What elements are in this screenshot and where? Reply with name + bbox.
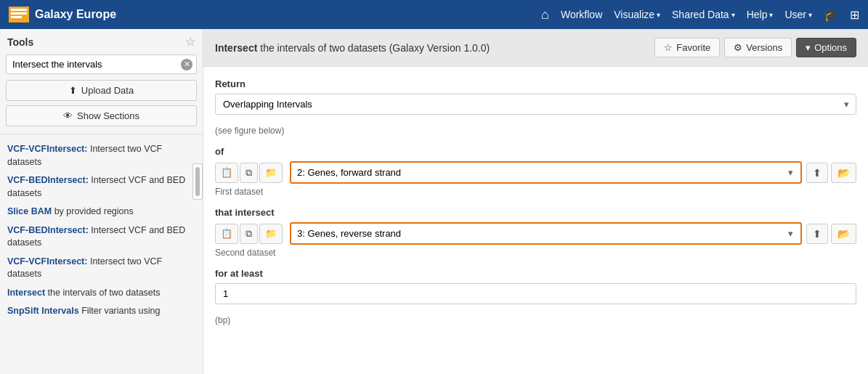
first-dataset-right-buttons: ⬆ 📂 — [806, 163, 856, 183]
tool-description: Filter variants using — [81, 306, 160, 316]
shared-data-link[interactable]: Shared Data ▾ — [672, 9, 735, 20]
second-dataset-row: 📋 ⧉ 📁 3: Genes, reverse strand ▾ ⬆ 📂 — [215, 222, 856, 245]
galaxy-logo — [9, 7, 29, 23]
versions-button[interactable]: ⚙ Versions — [724, 38, 792, 57]
list-item[interactable]: Slice BAM by provided regions — [6, 203, 197, 221]
upload-icon: ⬆ — [69, 85, 77, 96]
list-item[interactable]: VCF-BEDIntersect: Intersect VCF and BED … — [6, 171, 197, 203]
visualize-link[interactable]: Visualize ▾ — [614, 9, 660, 20]
user-link[interactable]: User ▾ — [784, 9, 812, 20]
tool-name: VCF-BEDIntersect: — [7, 225, 89, 235]
second-dataset-select[interactable]: 3: Genes, reverse strand — [291, 224, 800, 243]
first-dataset-select-container: 2: Genes, forward strand ▾ — [290, 161, 802, 184]
tool-form: Return Overlapping Intervals ▾ (see figu… — [203, 67, 868, 347]
list-item[interactable]: VCF-VCFIntersect: Intersect two VCF data… — [6, 140, 197, 171]
help-link[interactable]: Help ▾ — [747, 9, 774, 20]
return-select[interactable]: Overlapping Intervals — [215, 94, 856, 115]
second-dataset-sublabel: Second dataset — [215, 248, 856, 258]
graduation-icon[interactable]: 🎓 — [824, 8, 838, 22]
sidebar-scroll-bar[interactable] — [192, 163, 203, 200]
that-intersect-label: that intersect — [215, 207, 856, 218]
sidebar: Tools ☆ ✕ ⬆ Upload Data 👁 Show Sections … — [0, 29, 203, 374]
tool-name: SnpSift Intervals — [7, 306, 79, 316]
first-dataset-copy-icon-button[interactable]: 📋 — [215, 163, 238, 183]
help-dropdown-arrow: ▾ — [769, 11, 773, 19]
for-at-least-section: for at least — [215, 268, 856, 304]
bp-label: (bp) — [215, 315, 230, 325]
eye-icon: 👁 — [63, 110, 73, 121]
first-dataset-folder-button[interactable]: 📁 — [259, 163, 283, 183]
second-dataset-left-buttons: 📋 ⧉ 📁 — [215, 224, 283, 244]
second-dataset-duplicate-button[interactable]: ⧉ — [240, 224, 258, 244]
first-dataset-row: 📋 ⧉ 📁 2: Genes, forward strand ▾ ⬆ 📂 — [215, 161, 856, 184]
second-dataset-select-container: 3: Genes, reverse strand ▾ — [290, 222, 802, 245]
list-item[interactable]: VCF-BEDIntersect: Intersect VCF and BED … — [6, 221, 197, 253]
for-at-least-label: for at least — [215, 268, 856, 279]
workflow-link[interactable]: Workflow — [561, 9, 602, 20]
home-link[interactable]: ⌂ — [541, 7, 549, 23]
min-value-input[interactable] — [215, 283, 856, 304]
sidebar-search-container: ✕ — [6, 54, 197, 74]
tool-name: VCF-VCFIntersect: — [7, 144, 87, 154]
search-input[interactable] — [6, 54, 197, 74]
tool-description: by provided regions — [54, 206, 134, 216]
options-arrow-icon: ▾ — [806, 42, 811, 53]
star-icon: ☆ — [664, 42, 673, 53]
tool-actions: ☆ Favorite ⚙ Versions ▾ Options — [654, 38, 856, 57]
versions-icon: ⚙ — [734, 42, 742, 53]
sidebar-title: Tools — [7, 36, 33, 48]
first-dataset-sublabel: First dataset — [215, 187, 856, 197]
first-dataset-upload-button[interactable]: ⬆ — [806, 163, 828, 183]
tool-description: the intervals of two datasets — [48, 288, 161, 298]
that-intersect-section: that intersect 📋 ⧉ 📁 3: Genes, reverse s… — [215, 207, 856, 258]
see-figure-section: (see figure below) — [215, 125, 856, 136]
upload-data-button[interactable]: ⬆ Upload Data — [6, 80, 197, 101]
first-dataset-browse-button[interactable]: 📂 — [831, 163, 856, 183]
sidebar-divider — [0, 134, 203, 134]
shared-data-dropdown-arrow: ▾ — [731, 11, 735, 19]
sidebar-star-icon[interactable]: ☆ — [185, 35, 195, 49]
app-title: Galaxy Europe — [35, 8, 116, 21]
list-item[interactable]: VCF-VCFIntersect: Intersect two VCF data… — [6, 253, 197, 284]
tool-title: Intersect the intervals of two datasets … — [215, 42, 490, 54]
list-item[interactable]: SnpSift Intervals Filter variants using — [6, 302, 197, 321]
navbar: Galaxy Europe ⌂ Workflow Visualize ▾ Sha… — [0, 0, 868, 29]
show-sections-button[interactable]: 👁 Show Sections — [6, 105, 197, 126]
list-item[interactable]: Intersect the intervals of two datasets — [6, 284, 197, 303]
search-clear-button[interactable]: ✕ — [181, 59, 192, 70]
tool-name: VCF-VCFIntersect: — [7, 256, 87, 267]
svg-rect-2 — [11, 12, 27, 15]
favorite-button[interactable]: ☆ Favorite — [654, 38, 720, 57]
main-content: Intersect the intervals of two datasets … — [203, 29, 868, 374]
tool-name: Slice BAM — [7, 206, 52, 216]
sidebar-list: VCF-VCFIntersect: Intersect two VCF data… — [0, 137, 203, 374]
grid-icon[interactable]: ⊞ — [850, 8, 859, 22]
app-layout: Tools ☆ ✕ ⬆ Upload Data 👁 Show Sections … — [0, 29, 868, 374]
second-dataset-upload-button[interactable]: ⬆ — [806, 224, 828, 244]
second-dataset-copy-icon-button[interactable]: 📋 — [215, 224, 238, 244]
tool-name: Intersect — [7, 288, 45, 298]
tool-header: Intersect the intervals of two datasets … — [203, 29, 868, 67]
svg-rect-1 — [11, 9, 27, 11]
user-dropdown-arrow: ▾ — [808, 11, 812, 19]
second-dataset-browse-button[interactable]: 📂 — [831, 224, 856, 244]
tool-title-text: the intervals of two datasets (Galaxy Ve… — [260, 42, 490, 54]
visualize-dropdown-arrow: ▾ — [657, 11, 660, 19]
tool-name: VCF-BEDIntersect: — [7, 175, 89, 185]
of-section: of 📋 ⧉ 📁 2: Genes, forward strand ▾ — [215, 146, 856, 197]
of-label: of — [215, 146, 856, 157]
return-label: Return — [215, 78, 856, 89]
first-dataset-left-buttons: 📋 ⧉ 📁 — [215, 163, 283, 183]
return-section: Return Overlapping Intervals ▾ — [215, 78, 856, 115]
bp-section: (bp) — [215, 314, 856, 325]
svg-rect-3 — [11, 16, 22, 18]
options-button[interactable]: ▾ Options — [796, 38, 856, 57]
second-dataset-folder-button[interactable]: 📁 — [259, 224, 283, 244]
tool-title-bold: Intersect — [215, 42, 257, 54]
first-dataset-duplicate-button[interactable]: ⧉ — [240, 163, 258, 183]
second-dataset-right-buttons: ⬆ 📂 — [806, 224, 856, 244]
sidebar-header: Tools ☆ — [0, 29, 203, 54]
first-dataset-select[interactable]: 2: Genes, forward strand — [291, 163, 800, 182]
return-select-wrapper: Overlapping Intervals ▾ — [215, 94, 856, 115]
see-figure-label: (see figure below) — [215, 126, 284, 136]
